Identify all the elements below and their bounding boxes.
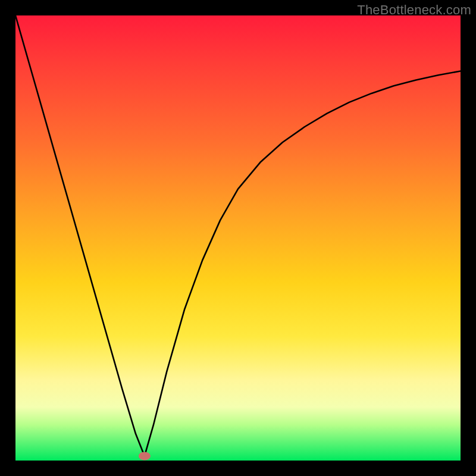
bottleneck-curve <box>15 15 461 456</box>
watermark-text: TheBottleneck.com <box>357 2 471 18</box>
curve-svg <box>15 15 461 461</box>
optimal-point-marker <box>139 452 151 461</box>
plot-area <box>15 15 461 461</box>
chart-frame: TheBottleneck.com <box>0 0 476 476</box>
